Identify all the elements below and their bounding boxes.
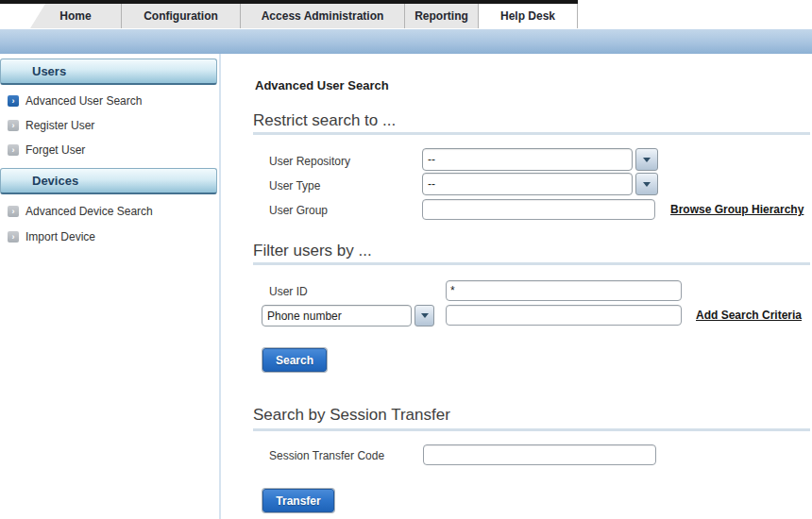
add-search-criteria-link[interactable]: Add Search Criteria	[696, 309, 802, 322]
browse-group-hierarchy-link[interactable]: Browse Group Hierarchy	[670, 203, 804, 216]
section-divider	[253, 132, 810, 135]
session-transfer-code-label: Session Transfer Code	[269, 449, 384, 462]
tab-home[interactable]: Home	[30, 4, 122, 28]
top-black-bar	[0, 0, 578, 4]
section-heading-filter: Filter users by ...	[253, 242, 372, 260]
sidebar-item-advanced-device-search[interactable]: › Advanced Device Search	[0, 199, 217, 224]
chevron-right-icon: ›	[8, 144, 19, 156]
session-transfer-code-input[interactable]	[423, 444, 656, 465]
search-criteria-selected-value: Phone number	[262, 305, 412, 326]
sidebar-item-label: Advanced User Search	[25, 94, 142, 108]
sidebar-item-advanced-user-search[interactable]: › Advanced User Search	[0, 89, 217, 113]
user-type-select[interactable]: --	[422, 173, 658, 195]
section-heading-session-transfer: Search by Session Transfer	[253, 406, 450, 425]
chevron-right-icon: ›	[8, 95, 19, 107]
blue-banner	[0, 29, 812, 54]
tab-help-desk[interactable]: Help Desk	[479, 4, 578, 28]
user-id-input[interactable]	[446, 280, 682, 301]
search-button[interactable]: Search	[262, 348, 327, 372]
chevron-right-icon: ›	[8, 120, 19, 131]
section-divider	[253, 428, 810, 431]
sidebar-item-forget-user[interactable]: › Forget User	[0, 138, 217, 162]
chevron-right-icon: ›	[8, 231, 19, 243]
user-repository-label: User Repository	[269, 155, 350, 168]
sidebar-section-devices: Devices	[0, 168, 217, 194]
sidebar-item-label: Register User	[25, 119, 94, 132]
section-heading-restrict: Restrict search to ...	[253, 111, 396, 130]
dropdown-arrow-icon[interactable]	[635, 148, 658, 171]
user-repository-selected-value: --	[422, 148, 633, 171]
sidebar-item-label: Forget User	[25, 143, 85, 157]
page-title: Advanced User Search	[255, 78, 389, 92]
sidebar-content-divider	[219, 54, 221, 519]
user-type-label: User Type	[269, 179, 320, 193]
sidebar-item-import-device[interactable]: › Import Device	[0, 225, 217, 249]
user-id-label: User ID	[269, 285, 308, 298]
search-criteria-input[interactable]	[446, 305, 682, 326]
dropdown-arrow-icon[interactable]	[414, 305, 434, 326]
section-divider	[253, 262, 810, 265]
user-group-label: User Group	[269, 204, 328, 217]
tab-configuration[interactable]: Configuration	[122, 4, 241, 28]
user-type-selected-value: --	[422, 173, 633, 195]
dropdown-arrow-icon[interactable]	[635, 173, 658, 195]
sidebar-section-users: Users	[0, 59, 217, 85]
sidebar-item-label: Import Device	[25, 230, 95, 243]
tab-reporting[interactable]: Reporting	[405, 4, 479, 28]
sidebar-item-label: Advanced Device Search	[25, 205, 153, 218]
chevron-right-icon: ›	[8, 206, 19, 217]
user-repository-select[interactable]: --	[422, 148, 658, 171]
transfer-button[interactable]: Transfer	[262, 489, 334, 512]
user-group-input[interactable]	[422, 199, 655, 220]
tab-access-administration[interactable]: Access Administration	[241, 4, 405, 28]
search-criteria-select[interactable]: Phone number	[262, 305, 434, 326]
sidebar-item-register-user[interactable]: › Register User	[0, 113, 217, 138]
main-tab-bar: Home Configuration Access Administration…	[30, 4, 578, 28]
